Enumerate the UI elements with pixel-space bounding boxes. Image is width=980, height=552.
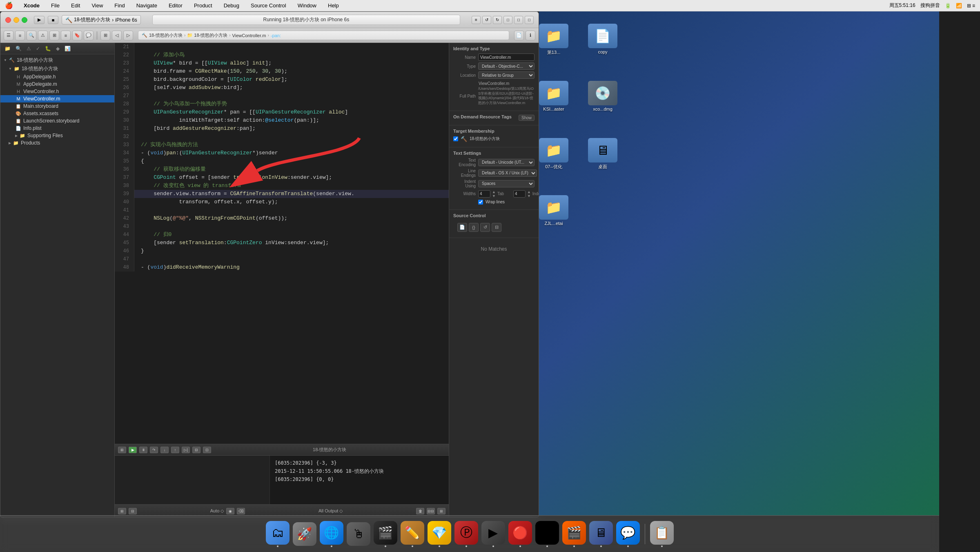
trash-btn[interactable]: 🗑 [416,508,424,514]
bc-file[interactable]: ViewController.m [232,33,266,38]
zoom-button[interactable] [22,17,27,23]
clear-btn[interactable]: ⌫ [237,508,245,514]
menu-editor[interactable]: Editor [166,2,185,9]
desktop-folder-13[interactable]: 📁 第13... [539,24,568,56]
file-item-appdelegateh[interactable]: H AppDelegate.h [0,73,114,80]
hide-debug-btn[interactable]: ⊞ [118,508,126,514]
forward-btn[interactable]: ▷ [123,31,133,40]
step-in-btn[interactable]: ↓ [160,447,169,453]
file-item-mainstoryboard[interactable]: 📋 Main.storyboard [0,102,114,110]
menu-edit[interactable]: Edit [69,2,82,9]
sc-add-btn[interactable]: 📄 [457,223,467,232]
sidebar-nav-test[interactable]: ✓ [35,45,41,52]
menu-view[interactable]: View [89,2,105,9]
sidebar-nav-files[interactable]: 📁 [4,45,11,52]
list-btn[interactable]: ≡ [61,31,71,40]
comment-btn[interactable]: 💬 [84,31,94,40]
desktop-folder-zjl[interactable]: 📁 ZJL...etai [539,195,568,226]
indent-width-input[interactable] [513,190,526,198]
show-button[interactable]: Show [519,115,535,121]
layout-btn-5[interactable]: □ [514,16,523,24]
navigator-expand[interactable]: ⊞ [100,31,110,40]
sidebar-nav-warnings[interactable]: ⚠ [26,45,32,52]
dock-item-ps[interactable]: Ⓟ [454,521,478,547]
tab-width-input[interactable] [478,190,490,198]
file-item-viewcontrollerh[interactable]: H ViewController.h [0,88,114,95]
file-item-appdelegatem[interactable]: M AppDelegate.m [0,80,114,88]
warning-btn[interactable]: ⚠ [38,31,48,40]
navigator-filter[interactable]: ≡ [15,31,25,40]
target-checkbox[interactable] [453,136,458,141]
step-over-btn[interactable]: ↷ [150,447,158,453]
desktop-folder-ksi[interactable]: 📁 KSI...aster [539,81,568,111]
menu-file[interactable]: File [49,2,62,9]
dock-item-pencil[interactable]: ✏️ [401,521,424,547]
dock-item-clipboard[interactable]: 📋 [650,521,674,547]
bc-folder[interactable]: 📁 18-愤怒的小方块 [187,32,227,38]
debug-mode-btn[interactable]: ⊟ [129,508,137,514]
menu-help[interactable]: Help [325,2,341,9]
sidebar-nav-debug[interactable]: 🐛 [44,45,52,52]
layout-2col[interactable]: ⊟⊟ [427,508,435,514]
view-toggle-btn[interactable]: ⊟ [192,447,200,453]
name-input[interactable] [478,53,535,61]
dock-item-video1[interactable]: 🎬 [374,521,397,547]
minimize-button[interactable] [13,17,19,23]
encoding-select[interactable]: Default - Unicode (UT... [478,159,535,166]
close-button[interactable] [5,17,11,23]
indent-select[interactable]: Spaces [478,180,535,187]
wrap-lines-checkbox[interactable] [478,200,483,205]
sidebar-nav-search[interactable]: 🔍 [15,45,22,52]
file-item-viewcontrollerm[interactable]: M ViewController.m [0,95,114,102]
filter-btn[interactable]: ◉ [226,508,234,514]
menu-window[interactable]: Window [295,2,319,9]
sc-compare-btn[interactable]: ⊟ [492,223,501,232]
run-button[interactable]: ▶ [34,16,45,24]
sc-refresh-btn[interactable]: ↺ [480,223,490,232]
navigator-toggle[interactable]: ☰ [4,31,13,40]
dock-item-qq[interactable]: 💬 [616,521,640,547]
layout-btn-6[interactable]: □ [525,16,534,24]
file-item-launchscreen[interactable]: 📋 LaunchScreen.storyboard [0,117,114,125]
file-item-infoplist[interactable]: 📄 Info.plist [0,125,114,132]
file-item-group[interactable]: ▼ 📁 18-愤怒的小方块 [0,65,114,73]
code-view[interactable]: 21 22 // 添加小鸟 23 UIView* bird = [[UIView… [115,43,449,444]
pause-btn[interactable]: ⏸ [139,447,147,453]
bc-project[interactable]: 18-愤怒的小方块 [149,32,183,38]
stop-button[interactable]: ■ [48,16,58,24]
dock-item-sketch[interactable]: 💎 [428,521,451,547]
menu-product[interactable]: Product [192,2,215,9]
dock-item-finder[interactable]: 🗂 [266,521,290,547]
dock-item-recording[interactable]: 🔴 [508,521,532,547]
dock-item-media[interactable]: ▶ [481,521,505,547]
dock-item-safari[interactable]: 🌐 [320,521,343,547]
type-select[interactable]: Default - Objective-C... [478,62,535,70]
menu-find[interactable]: Find [112,2,127,9]
menu-source-control[interactable]: Source Control [248,2,289,9]
menu-debug[interactable]: Debug [221,2,242,9]
menubar-input-method[interactable]: 搜狗拼音 [920,2,940,9]
file-btn[interactable]: 📄 [514,31,524,40]
dock-item-monitor[interactable]: 🖥 [589,521,613,547]
scheme-selector[interactable]: 🔨 18-愤怒的小方块 › iPhone 6s [62,15,141,24]
expand-btn[interactable]: ⊞ [437,508,445,514]
layout-btn-2[interactable]: ↺ [482,16,491,24]
file-item-products[interactable]: ▶ 📁 Products [0,139,114,147]
bookmark-btn[interactable]: 🔖 [72,31,82,40]
location-select[interactable]: Relative to Group [478,71,535,79]
continue-btn[interactable]: ▷| [182,447,190,453]
dock-item-terminal[interactable]: ▌ [535,521,559,547]
file-item-assets[interactable]: 🎨 Assets.xcassets [0,110,114,117]
layout-btn-4[interactable]: □ [503,16,512,24]
layout-btn-3[interactable]: ↻ [493,16,502,24]
sidebar-nav-breakpoints[interactable]: ◆ [55,45,60,52]
desktop-folder-desktop[interactable]: 🖥 桌面 [588,138,617,170]
dock-item-video2[interactable]: 🎬 [562,521,586,547]
apple-menu[interactable]: 🍎 [5,2,13,9]
desktop-folder-07[interactable]: 📁 07--优化 [539,138,568,170]
dock-item-mouse[interactable]: 🖱 [347,522,370,546]
menu-navigate[interactable]: Navigate [134,2,160,9]
back-btn[interactable]: ◁ [112,31,122,40]
step-out-btn[interactable]: ↑ [171,447,179,453]
bc-symbol[interactable]: -pan: [271,33,281,38]
